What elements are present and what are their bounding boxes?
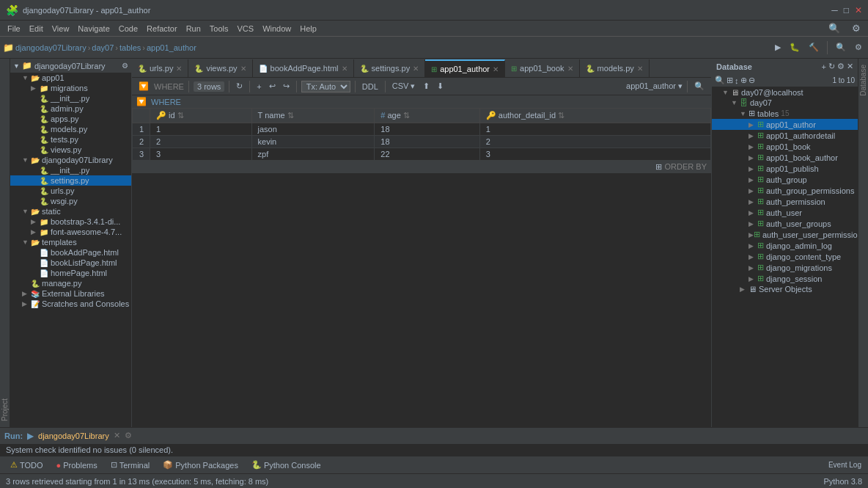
maximize-btn[interactable]: □	[844, 5, 849, 15]
db-tree-host[interactable]: ▼ 🖥 day07@localhost	[712, 87, 858, 98]
tree-item-wsgi[interactable]: 🐍 wsgi.py	[10, 196, 131, 206]
col-name-header[interactable]: T name ⇅	[251, 109, 375, 123]
breadcrumb-tables[interactable]: tables	[119, 43, 141, 52]
col-age-header[interactable]: # age ⇅	[375, 109, 479, 123]
tree-item-migrations[interactable]: ▶ 📁 migrations	[10, 83, 131, 93]
tree-item-homepage[interactable]: 📄 homePage.html	[10, 268, 131, 278]
db-sort-btn[interactable]: ↕	[735, 76, 739, 85]
grid-container[interactable]: 🔽 WHERE 🔑 id ⇅	[132, 95, 711, 427]
tab-settings-close[interactable]: ✕	[413, 65, 419, 73]
menu-window[interactable]: Window	[258, 24, 295, 33]
db-search-tree-btn[interactable]: 🔍	[715, 76, 725, 85]
tree-item-models-app01[interactable]: 🐍 models.py	[10, 124, 131, 134]
tab-bookaddpage-close[interactable]: ✕	[342, 65, 347, 73]
db-tree-app01bookauthor[interactable]: ▶ ⊞ app01_book_author	[712, 152, 858, 163]
menu-tools[interactable]: Tools	[205, 24, 233, 33]
tree-item-bootstrap[interactable]: ▶ 📁 bootstrap-3.4.1-di...	[10, 216, 131, 227]
row-2-age[interactable]: 18	[375, 136, 479, 148]
db-tree-authgroup[interactable]: ▶ ⊞ auth_group	[712, 174, 858, 185]
db-tree-tables[interactable]: ▼ ⊞ tables 15	[712, 108, 858, 119]
tree-item-apps[interactable]: 🐍 apps.py	[10, 114, 131, 124]
tab-views-close[interactable]: ✕	[240, 65, 246, 73]
db-search-btn[interactable]: 🔍	[692, 81, 707, 92]
breadcrumb-day07[interactable]: day07	[92, 43, 114, 52]
redo-btn[interactable]: ↪	[281, 81, 292, 92]
tx-select[interactable]: Tx: Auto	[301, 81, 350, 92]
tree-item-admin[interactable]: 🐍 admin.py	[10, 103, 131, 114]
tree-item-booklistpage[interactable]: 📄 bookListPage.html	[10, 258, 131, 268]
col-authordetailid-header[interactable]: 🔑 author_detail_id ⇅	[479, 109, 710, 123]
tree-item-init-app01[interactable]: 🐍 __init__.py	[10, 93, 131, 103]
upload-btn[interactable]: ⬆	[421, 81, 432, 92]
menu-edit[interactable]: Edit	[25, 24, 48, 33]
row-3-name[interactable]: zpf	[251, 148, 375, 161]
tab-app01book-close[interactable]: ✕	[567, 65, 573, 73]
database-strip-label[interactable]: Database	[858, 59, 868, 102]
tree-item-urls[interactable]: 🐍 urls.py	[10, 186, 131, 196]
toolbar-settings-btn[interactable]: ⚙	[852, 41, 865, 54]
tab-settings[interactable]: 🐍 settings.py ✕	[354, 59, 426, 77]
breadcrumb-table[interactable]: app01_author	[147, 43, 196, 52]
row-1-age[interactable]: 18	[375, 123, 479, 136]
toolbar-build-btn[interactable]: 🔨	[806, 41, 822, 54]
db-tree-app01authordetail[interactable]: ▶ ⊞ app01_authordetail	[712, 130, 858, 141]
tree-item-settings[interactable]: 🐍 settings.py	[10, 175, 131, 186]
tree-item-djangoday07lib[interactable]: ▼ 📂 djangoday07Library	[10, 155, 131, 165]
tree-item-fontawesome[interactable]: ▶ 📁 font-awesome-4.7...	[10, 227, 131, 237]
run-close-btn[interactable]: ✕	[114, 431, 120, 440]
bottom-tab-python-console[interactable]: 🐍 Python Console	[246, 459, 327, 471]
row-1-id[interactable]: 1	[150, 123, 252, 136]
tree-item-external-libs[interactable]: ▶ 📚 External Libraries	[10, 288, 131, 299]
tab-urls[interactable]: 🐍 urls.py ✕	[132, 59, 188, 77]
row-3-age[interactable]: 22	[375, 148, 479, 161]
db-tree-djangoadminlog[interactable]: ▶ ⊞ django_admin_log	[712, 240, 858, 251]
tab-models-close[interactable]: ✕	[637, 65, 643, 73]
run-app-name[interactable]: djangoday07Library	[38, 431, 109, 440]
db-tree-authpermission[interactable]: ▶ ⊞ auth_permission	[712, 196, 858, 207]
project-strip-label[interactable]: Project	[0, 59, 10, 427]
tree-item-scratches[interactable]: ▶ 📝 Scratches and Consoles	[10, 299, 131, 309]
db-close-btn[interactable]: ✕	[847, 62, 853, 71]
project-gear-icon[interactable]: ⚙	[122, 62, 128, 70]
row-2-id[interactable]: 2	[150, 136, 252, 148]
bottom-tab-problems[interactable]: ● Problems	[51, 459, 103, 471]
toolbar-search-everywhere[interactable]: 🔍	[824, 23, 845, 34]
db-tree-djangosession[interactable]: ▶ ⊞ django_session	[712, 273, 858, 284]
tab-views[interactable]: 🐍 views.py ✕	[188, 59, 252, 77]
row-1-name[interactable]: jason	[251, 123, 375, 136]
bottom-tab-python-packages[interactable]: 📦 Python Packages	[157, 459, 244, 471]
row-2-name[interactable]: kevin	[251, 136, 375, 148]
tree-item-managepy[interactable]: 🐍 manage.py	[10, 278, 131, 288]
db-tree-db[interactable]: ▼ 🗄 day07	[712, 98, 858, 108]
menu-vcs[interactable]: VCS	[233, 24, 259, 33]
menu-view[interactable]: View	[48, 24, 74, 33]
toolbar-search-btn[interactable]: 🔍	[833, 41, 849, 54]
db-add-btn[interactable]: +	[822, 62, 826, 71]
menu-code[interactable]: Code	[114, 24, 142, 33]
python-version[interactable]: Python 3.8	[823, 477, 862, 486]
tab-models[interactable]: 🐍 models.py ✕	[580, 59, 650, 77]
db-collapse-btn[interactable]: ⊖	[749, 76, 755, 85]
toolbar-settings[interactable]: ⚙	[847, 23, 865, 34]
export-csv-btn[interactable]: CSV ▾	[390, 81, 418, 92]
db-tree-app01publish[interactable]: ▶ ⊞ app01_publish	[712, 163, 858, 174]
db-tree-authuser[interactable]: ▶ ⊞ auth_user	[712, 207, 858, 218]
db-tree-app01book[interactable]: ▶ ⊞ app01_book	[712, 141, 858, 152]
breadcrumb-root[interactable]: djangoday07Library	[15, 43, 87, 52]
col-id-header[interactable]: 🔑 id ⇅	[150, 109, 252, 123]
download-btn[interactable]: ⬇	[435, 81, 446, 92]
tab-bookaddpage[interactable]: 📄 bookAddPage.html ✕	[253, 59, 354, 77]
project-header[interactable]: ▼ 📁 djangoday07Library ⚙	[10, 59, 131, 73]
db-filter-btn[interactable]: ⊞	[727, 76, 733, 85]
minimize-btn[interactable]: ─	[831, 5, 838, 15]
menu-help[interactable]: Help	[295, 24, 321, 33]
menu-run[interactable]: Run	[182, 24, 205, 33]
tree-item-templates[interactable]: ▼ 📂 templates	[10, 237, 131, 247]
tree-item-app01[interactable]: ▼ 📂 app01	[10, 73, 131, 83]
row-1-authordetailid[interactable]: 1	[479, 123, 710, 136]
db-properties-btn[interactable]: ⚙	[837, 62, 845, 71]
menu-file[interactable]: File	[3, 24, 25, 33]
db-tree-djangocontenttype[interactable]: ▶ ⊞ django_content_type	[712, 251, 858, 262]
refresh-btn[interactable]: ↻	[234, 81, 245, 92]
tree-item-bookaddpage[interactable]: 📄 bookAddPage.html	[10, 247, 131, 258]
